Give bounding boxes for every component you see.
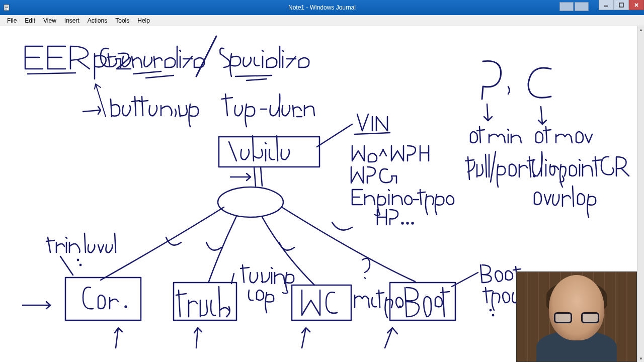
scroll-up-arrow[interactable]: ▲	[637, 26, 644, 33]
svg-point-12	[490, 310, 491, 311]
menu-help[interactable]: Help	[133, 16, 154, 25]
svg-point-5	[402, 223, 404, 224]
svg-point-11	[399, 306, 400, 307]
svg-point-4	[218, 187, 283, 217]
window-controls	[599, 0, 644, 10]
menubar: File Edit View Insert Actions Tools Help	[0, 15, 644, 26]
menu-insert[interactable]: Insert	[60, 16, 84, 25]
close-button[interactable]	[629, 0, 644, 10]
svg-point-13	[493, 315, 494, 316]
svg-point-10	[125, 306, 127, 308]
scroll-down-arrow[interactable]: ▼	[637, 355, 644, 362]
maximize-button[interactable]	[614, 0, 629, 10]
webcam-overlay	[516, 272, 637, 362]
svg-point-9	[80, 264, 81, 265]
minimize-button[interactable]	[599, 0, 614, 10]
svg-point-7	[412, 223, 414, 224]
aero-snap-preview	[559, 2, 589, 11]
menu-actions[interactable]: Actions	[84, 16, 111, 25]
app-icon	[3, 4, 11, 12]
menu-edit[interactable]: Edit	[21, 16, 39, 25]
window-title: Note1 - Windows Journal	[288, 4, 356, 11]
menu-file[interactable]: File	[3, 16, 21, 25]
vertical-scrollbar[interactable]: ▲ ▼	[637, 26, 644, 362]
svg-point-6	[407, 223, 409, 224]
svg-rect-2	[619, 3, 623, 7]
svg-point-8	[77, 259, 78, 260]
titlebar: Note1 - Windows Journal	[0, 0, 644, 15]
menu-tools[interactable]: Tools	[111, 16, 133, 25]
menu-view[interactable]: View	[39, 16, 60, 25]
